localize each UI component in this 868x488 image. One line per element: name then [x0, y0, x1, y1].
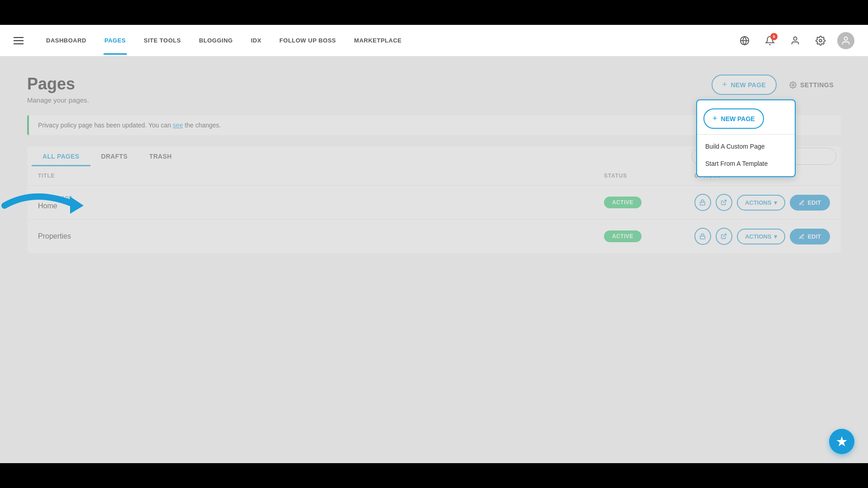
black-bar-bottom	[0, 463, 868, 488]
main-wrapper: DASHBOARD PAGES SITE TOOLS BLOGGING IDX …	[0, 25, 868, 463]
svg-point-2	[793, 37, 797, 40]
dropdown-new-page-label: NEW PAGE	[721, 115, 755, 122]
dropdown-plus-icon: +	[712, 114, 717, 123]
new-page-dropdown: + NEW PAGE Build A Custom Page Start Fro…	[696, 99, 796, 177]
nav-right: 6	[736, 32, 854, 49]
nav-items: DASHBOARD PAGES SITE TOOLS BLOGGING IDX …	[37, 26, 736, 55]
nav-site-tools[interactable]: SITE TOOLS	[135, 26, 190, 55]
page-content: Pages Manage your pages. + NEW PAGE SETT…	[0, 56, 868, 463]
dropdown-build-custom[interactable]: Build A Custom Page	[697, 137, 795, 155]
user-avatar[interactable]	[837, 32, 854, 49]
user-icon-button[interactable]	[787, 32, 804, 49]
svg-point-4	[844, 37, 847, 40]
globe-icon-button[interactable]	[736, 32, 753, 49]
nav-follow-up-boss[interactable]: FOLLOW UP BOSS	[270, 26, 345, 55]
settings-icon-button[interactable]	[812, 32, 829, 49]
notification-badge: 6	[770, 33, 778, 40]
nav-idx[interactable]: IDX	[242, 26, 270, 55]
black-bar-top	[0, 0, 868, 25]
nav-blogging[interactable]: BLOGGING	[190, 26, 242, 55]
svg-point-3	[819, 39, 822, 42]
ai-sparkle-button[interactable]	[829, 429, 854, 454]
nav-marketplace[interactable]: MARKETPLACE	[345, 26, 410, 55]
hamburger-menu[interactable]	[14, 37, 24, 44]
dropdown-start-template[interactable]: Start From A Template	[697, 155, 795, 172]
nav-pages[interactable]: PAGES	[95, 26, 135, 55]
notification-bell-button[interactable]: 6	[761, 32, 778, 49]
nav-dashboard[interactable]: DASHBOARD	[37, 26, 95, 55]
navbar: DASHBOARD PAGES SITE TOOLS BLOGGING IDX …	[0, 25, 868, 56]
dropdown-new-page-button[interactable]: + NEW PAGE	[703, 108, 764, 129]
dropdown-divider	[697, 134, 795, 135]
